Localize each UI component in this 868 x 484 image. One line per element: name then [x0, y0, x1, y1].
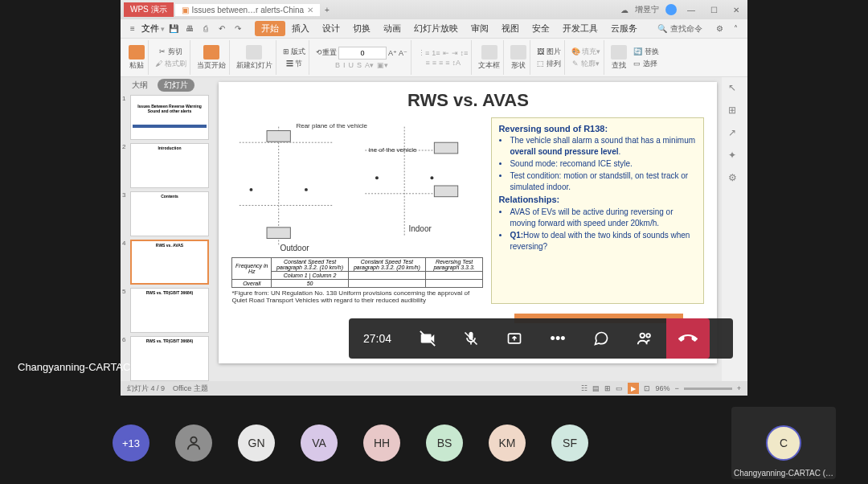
thumb-5[interactable]: 5RWS vs. TR(GB/T 36684)	[122, 288, 212, 333]
cloud-icon[interactable]: ☁	[620, 6, 628, 14]
increase-font-icon[interactable]: A⁺	[388, 49, 397, 57]
tab-insert[interactable]: 插入	[285, 21, 316, 36]
print-icon[interactable]: 🖶	[182, 22, 197, 36]
select-tool-icon[interactable]: ↖	[728, 82, 741, 95]
slides-tab[interactable]: 幻灯片	[158, 79, 194, 92]
indent-inc-button[interactable]: ⇥	[452, 49, 458, 57]
participant-bs[interactable]: BS	[426, 425, 463, 461]
participant-km[interactable]: KM	[489, 425, 526, 461]
maximize-button[interactable]: ☐	[706, 6, 722, 14]
camera-button[interactable]	[406, 318, 449, 359]
participant-hh[interactable]: HH	[363, 425, 400, 461]
preview-icon[interactable]: ⎙	[199, 22, 213, 36]
align-left-button[interactable]: ≡	[425, 59, 429, 67]
justify-button[interactable]: ≡	[445, 59, 449, 67]
mic-button[interactable]	[449, 318, 493, 359]
thumb-4[interactable]: 4RWS vs. AVAS	[122, 240, 212, 285]
zoom-level[interactable]: 96%	[655, 384, 669, 392]
font-size-input[interactable]	[338, 47, 387, 59]
text-direction-button[interactable]: ↕A	[452, 59, 461, 67]
reading-view-icon[interactable]: ▭	[616, 384, 623, 392]
slideshow-view-icon[interactable]: ▶	[628, 383, 639, 394]
format-brush-button[interactable]: 🖌 格式刷	[155, 59, 186, 69]
shape-button[interactable]: 形状	[510, 45, 526, 71]
minimize-button[interactable]: —	[683, 6, 699, 14]
zoom-in-button[interactable]: +	[737, 384, 741, 392]
highlight-button[interactable]: ▣▾	[377, 61, 388, 69]
outline-tab[interactable]: 大纲	[125, 79, 154, 92]
share-icon[interactable]: ↗	[728, 127, 741, 140]
redo-icon[interactable]: ↷	[231, 22, 245, 36]
tab-animation[interactable]: 动画	[377, 21, 407, 36]
more-participants-button[interactable]: +13	[113, 425, 149, 461]
paste-button[interactable]: 粘贴	[129, 45, 145, 71]
align-right-button[interactable]: ≡	[439, 59, 443, 67]
line-spacing-button[interactable]: ↕≡	[461, 49, 469, 57]
properties-icon[interactable]: ⊞	[728, 105, 741, 117]
select-button[interactable]: ▭ 选择	[633, 59, 659, 69]
from-start-button[interactable]: 当页开始	[197, 45, 226, 71]
animation-pane-icon[interactable]: ✦	[728, 150, 741, 162]
app-menu-icon[interactable]: ≡	[125, 22, 140, 36]
settings-pane-icon[interactable]: ⚙	[728, 172, 741, 185]
underline-button[interactable]: U	[349, 61, 354, 69]
undo-icon[interactable]: ↶	[215, 22, 229, 36]
normal-view-icon[interactable]: ▤	[592, 384, 600, 392]
thumb-list[interactable]: 1Issues Between Reverse Warning Sound an…	[121, 93, 214, 381]
tab-review[interactable]: 审阅	[465, 21, 495, 36]
tab-cloud[interactable]: 云服务	[604, 21, 644, 36]
tab-close-icon[interactable]: ✕	[307, 6, 313, 14]
fit-icon[interactable]: ⊡	[644, 384, 650, 392]
save-icon[interactable]: 💾	[166, 22, 181, 36]
chat-button[interactable]	[579, 318, 623, 359]
more-options-button[interactable]: •••	[536, 318, 579, 359]
align-center-button[interactable]: ≡	[432, 59, 436, 67]
thumb-1[interactable]: 1Issues Between Reverse Warning Sound an…	[122, 95, 212, 140]
tab-view[interactable]: 视图	[495, 21, 526, 36]
notes-view-icon[interactable]: ☷	[581, 384, 588, 392]
thumb-2[interactable]: 2Introduction	[122, 143, 212, 188]
participants-button[interactable]	[623, 318, 666, 359]
strike-button[interactable]: S	[357, 61, 362, 69]
command-search[interactable]: 🔍 查找命令	[657, 23, 702, 35]
layout-button[interactable]: ⊞ 版式	[283, 47, 306, 57]
cut-button[interactable]: ✂ 剪切	[159, 47, 182, 57]
collapse-ribbon-icon[interactable]: ˄	[728, 22, 743, 36]
tab-slideshow[interactable]: 幻灯片放映	[407, 21, 465, 36]
tab-security[interactable]: 安全	[526, 21, 556, 36]
reset-button[interactable]: ⟲重置	[316, 47, 337, 58]
zoom-out-button[interactable]: −	[674, 384, 678, 392]
new-tab-button[interactable]: +	[325, 6, 330, 14]
decrease-font-icon[interactable]: A⁻	[399, 49, 407, 57]
sorter-view-icon[interactable]: ⊞	[604, 384, 611, 392]
tab-devtools[interactable]: 开发工具	[556, 21, 604, 36]
outline-button[interactable]: ✎ 轮廓▾	[572, 59, 600, 69]
participant-gn[interactable]: GN	[238, 425, 275, 461]
bullets-button[interactable]: ⋮≡	[418, 49, 429, 57]
anon-participant[interactable]	[175, 425, 212, 461]
bold-button[interactable]: B	[335, 61, 340, 69]
close-button[interactable]: ✕	[728, 6, 744, 14]
numbering-button[interactable]: 1≡	[432, 49, 440, 57]
new-slide-button[interactable]: 新建幻灯片	[236, 45, 272, 71]
participant-sf[interactable]: SF	[551, 425, 588, 461]
hangup-button[interactable]	[666, 318, 710, 359]
file-menu[interactable]: 文件	[141, 23, 159, 35]
document-tab[interactable]: ▣ Issues between…r alerts-China ✕	[175, 4, 321, 16]
replace-button[interactable]: 🔄 替换	[633, 47, 659, 57]
find-button[interactable]: 查找	[611, 45, 627, 71]
tab-design[interactable]: 设计	[316, 21, 346, 36]
thumb-3[interactable]: 3Contents	[122, 191, 212, 236]
indent-dec-button[interactable]: ⇤	[443, 49, 449, 57]
tab-transition[interactable]: 切换	[346, 21, 377, 36]
textbox-button[interactable]: 文本框	[478, 45, 500, 71]
participant-va[interactable]: VA	[301, 425, 338, 461]
share-screen-button[interactable]	[493, 318, 536, 359]
fill-button[interactable]: 🎨 填充▾	[571, 47, 601, 57]
self-view[interactable]: C Changyanning-CARTAC (…	[731, 407, 836, 479]
section-button[interactable]: ☰ 节	[286, 59, 303, 69]
tab-start[interactable]: 开始	[255, 21, 285, 36]
font-color-button[interactable]: A▾	[365, 61, 374, 69]
settings-icon[interactable]: ⚙	[712, 22, 727, 36]
picture-button[interactable]: 🖼 图片	[537, 47, 561, 57]
